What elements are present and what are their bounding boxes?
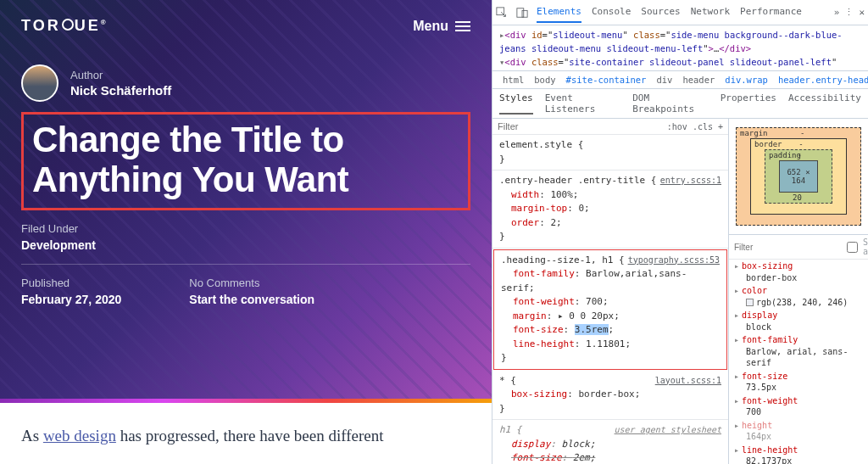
rule-ua-h1[interactable]: user agent stylesheet h1 { display: bloc… — [492, 420, 728, 464]
more-tabs-icon[interactable]: » — [834, 7, 840, 18]
device-toggle-icon[interactable] — [516, 7, 528, 19]
menu-button[interactable]: Menu — [413, 19, 470, 34]
crumb[interactable]: div — [651, 74, 677, 86]
hero-header: TORUE® Menu Author Nick Schäferhoff Chan… — [0, 0, 492, 399]
kebab-icon[interactable]: ⋮ — [844, 7, 854, 18]
divider — [21, 264, 470, 265]
rule-entry-title[interactable]: entry.scss:1 .entry-header .entry-title … — [492, 171, 728, 249]
published-value: February 27, 2020 — [21, 293, 121, 306]
styles-tabs: Styles Event Listeners DOM Breakpoints P… — [492, 89, 868, 119]
crumb[interactable]: #site-container — [561, 74, 652, 86]
rule-universal[interactable]: layout.scss:1 * { box-sizing: border-box… — [492, 371, 728, 421]
web-design-link[interactable]: web design — [43, 427, 116, 444]
cls-toggle[interactable]: .cls — [693, 122, 713, 131]
site-logo[interactable]: TORUE® — [21, 17, 108, 35]
menu-label: Menu — [413, 19, 448, 34]
devtools-tabs: Elements Console Sources Network Perform… — [537, 2, 826, 23]
box-model-diagram[interactable]: margin- border- padding- 652 × 164 20 — [729, 119, 868, 235]
tab-console[interactable]: Console — [592, 2, 631, 23]
content-text: As — [21, 427, 43, 444]
comments-label: No Comments — [189, 277, 314, 289]
published-label: Published — [21, 277, 121, 289]
rule-element-style[interactable]: element.style {} — [492, 135, 728, 171]
comments-link[interactable]: Start the conversation — [189, 293, 314, 306]
crumb[interactable]: body — [529, 74, 560, 86]
tab-network[interactable]: Network — [691, 2, 730, 23]
subtab-dom-breakpoints[interactable]: DOM Breakpoints — [632, 92, 708, 115]
box-content: 652 × 164 — [779, 160, 818, 193]
crumb[interactable]: header — [677, 74, 720, 86]
new-rule-button[interactable]: + — [718, 122, 723, 131]
computed-pane: margin- border- padding- 652 × 164 20 Sh… — [729, 119, 868, 464]
subtab-event-listeners[interactable]: Event Listeners — [545, 92, 620, 115]
author-name[interactable]: Nick Schäferhoff — [70, 83, 171, 98]
filed-under-label: Filed Under — [21, 222, 470, 235]
subtab-styles[interactable]: Styles — [499, 92, 533, 115]
content-text: has progressed, there have been differen… — [116, 427, 384, 444]
devtools-toolbar: Elements Console Sources Network Perform… — [492, 0, 868, 25]
dom-tree[interactable]: ▸<div id="slideout-menu" class="side-men… — [492, 25, 868, 71]
subtab-properties[interactable]: Properties — [721, 92, 776, 115]
website-preview: TORUE® Menu Author Nick Schäferhoff Chan… — [0, 0, 492, 464]
dom-breadcrumb[interactable]: html body #site-container div header div… — [492, 71, 868, 89]
close-devtools-icon[interactable]: ✕ — [859, 7, 865, 18]
author-box: Author Nick Schäferhoff — [21, 64, 470, 102]
computed-list[interactable]: ▸box-sizingborder-box▸colorrgb(238, 240,… — [729, 260, 868, 464]
rule-heading-highlighted[interactable]: typography.scss:53 .heading--size-1, h1 … — [493, 249, 727, 370]
source-link[interactable]: layout.scss:1 — [655, 374, 721, 387]
crumb[interactable]: html — [498, 74, 529, 86]
tab-elements[interactable]: Elements — [537, 2, 581, 23]
hamburger-icon — [455, 21, 470, 31]
filed-under-value[interactable]: Development — [21, 238, 470, 252]
crumb[interactable]: div.wrap — [720, 74, 773, 86]
tab-sources[interactable]: Sources — [641, 2, 680, 23]
computed-filter-input[interactable] — [734, 243, 842, 252]
show-all-checkbox[interactable] — [847, 242, 858, 253]
author-label: Author — [70, 69, 171, 81]
avatar[interactable] — [21, 64, 58, 102]
hov-toggle[interactable]: :hov — [667, 122, 687, 131]
page-title: Change the Title to Anything You Want — [32, 120, 459, 199]
devtools-panel: Elements Console Sources Network Perform… — [492, 0, 868, 464]
styles-filter-input[interactable] — [498, 121, 662, 131]
source-link: user agent stylesheet — [615, 423, 721, 436]
tab-performance[interactable]: Performance — [740, 2, 802, 23]
styles-rules-pane[interactable]: :hov .cls + element.style {} entry.scss:… — [492, 119, 729, 464]
title-highlight-box: Change the Title to Anything You Want — [21, 112, 470, 210]
top-bar: TORUE® Menu — [21, 17, 470, 35]
crumb[interactable]: header.entry-header — [773, 74, 868, 86]
article-content: As web design has progressed, there have… — [0, 403, 492, 464]
styles-body: :hov .cls + element.style {} entry.scss:… — [492, 119, 868, 464]
inspect-icon[interactable] — [496, 7, 508, 19]
source-link[interactable]: entry.scss:1 — [660, 174, 721, 187]
subtab-accessibility[interactable]: Accessibility — [788, 92, 861, 115]
show-all-label: Show all — [863, 238, 868, 256]
meta-row: Published February 27, 2020 No Comments … — [21, 277, 470, 306]
logo-text: TORUE® — [21, 17, 108, 35]
source-link[interactable]: typography.scss:53 — [628, 254, 720, 266]
svg-rect-2 — [522, 10, 527, 17]
svg-rect-1 — [517, 8, 524, 17]
